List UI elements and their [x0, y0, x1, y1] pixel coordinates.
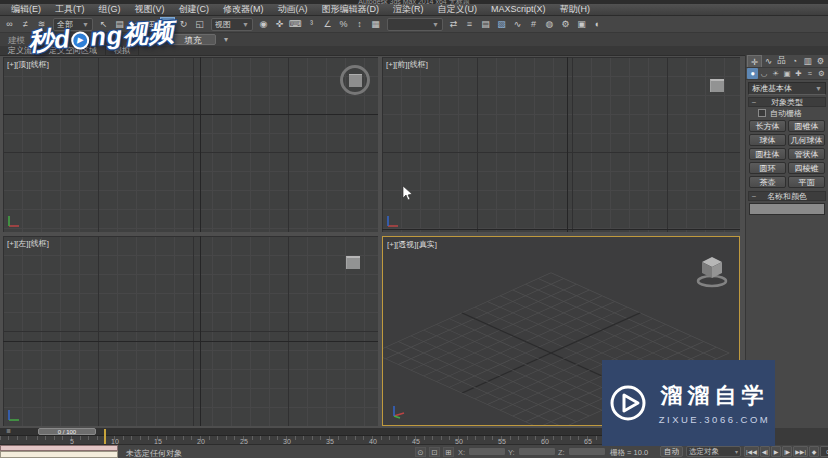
geosphere-button[interactable]: 几何球体: [788, 134, 825, 146]
play-icon: ▶: [71, 30, 90, 49]
reference-coordinate-dropdown[interactable]: 视图▼: [211, 18, 253, 31]
next-frame-button[interactable]: |▶: [782, 446, 792, 457]
schematic-view-icon[interactable]: #: [526, 17, 541, 31]
menu-item-3[interactable]: 视图(V): [128, 4, 172, 15]
ribbon-tab-populate[interactable]: 填充: [170, 34, 216, 45]
viewcube-front-icon[interactable]: [710, 79, 724, 92]
object-name-field[interactable]: [749, 203, 825, 215]
key-filter-dropdown[interactable]: 选定对象 ▾: [686, 446, 741, 457]
teapot-button[interactable]: 茶壶: [749, 176, 786, 188]
maxscript-mini-listener-white[interactable]: [0, 451, 118, 458]
panel-tab-utilities[interactable]: ⚙: [814, 55, 827, 67]
selection-lock-icon[interactable]: ⊡: [429, 447, 440, 457]
create-subtabs: ●◡☀▣✚≈⚙: [746, 68, 828, 80]
tube-button[interactable]: 管状体: [788, 148, 825, 160]
cylinder-button[interactable]: 圆柱体: [749, 148, 786, 160]
autogrid-checkbox[interactable]: [758, 109, 766, 117]
edit-named-sets-icon[interactable]: ▦: [368, 17, 383, 31]
create-subtab-shapes[interactable]: ◡: [758, 68, 769, 79]
material-editor-icon[interactable]: ◍: [542, 17, 557, 31]
select-and-manipulate-icon[interactable]: ✜: [272, 17, 287, 31]
time-slider[interactable]: 0 / 100: [38, 428, 96, 435]
use-pivot-center-icon[interactable]: ◉: [256, 17, 271, 31]
keyboard-override-icon[interactable]: ⌨: [288, 17, 303, 31]
menu-item-11[interactable]: 帮助(H): [553, 4, 598, 15]
menu-item-8[interactable]: 渲染(R): [386, 4, 431, 15]
current-frame-field[interactable]: 0: [820, 446, 828, 457]
play-button[interactable]: ▶: [771, 446, 781, 457]
menu-item-6[interactable]: 动画(A): [271, 4, 315, 15]
render-production-icon[interactable]: ◐: [590, 17, 605, 31]
pyramid-button[interactable]: 四棱锥: [788, 162, 825, 174]
y-coordinate-field[interactable]: [518, 447, 556, 456]
mirror-icon[interactable]: ⇄: [446, 17, 461, 31]
select-and-scale-icon[interactable]: ◱: [192, 17, 207, 31]
select-and-link-icon[interactable]: ∞: [2, 17, 17, 31]
key-mode-button[interactable]: ◆: [809, 446, 819, 457]
curve-editor-icon[interactable]: ∿: [510, 17, 525, 31]
menu-item-5[interactable]: 修改器(M): [216, 4, 271, 15]
absolute-mode-icon[interactable]: ⊞: [443, 447, 454, 457]
x-coordinate-field[interactable]: [468, 447, 506, 456]
ruler-label-40: 40: [369, 438, 377, 445]
named-selection-sets-dropdown[interactable]: ▼: [387, 18, 443, 31]
viewport-top-label[interactable]: [+][顶][线框]: [7, 59, 49, 70]
previous-frame-button[interactable]: ◀|: [760, 446, 770, 457]
ribbon-minimize-caret-icon[interactable]: ▾: [224, 35, 228, 44]
viewcube-perspective-icon[interactable]: [695, 253, 729, 289]
go-to-end-button[interactable]: ▶▶|: [793, 446, 808, 457]
mini-curve-editor-button[interactable]: ≣: [2, 428, 15, 435]
viewcube-left-icon[interactable]: [346, 256, 360, 269]
category-dropdown[interactable]: 标准基本体▼: [748, 82, 826, 95]
z-coordinate-field[interactable]: [568, 447, 606, 456]
viewport-left[interactable]: [+][左][线框]: [3, 236, 378, 426]
menu-item-4[interactable]: 创建(C): [172, 4, 217, 15]
render-setup-icon[interactable]: ⚙: [558, 17, 573, 31]
graphite-toggle-icon[interactable]: ▧: [494, 17, 509, 31]
menu-item-10[interactable]: MAXScript(X): [484, 4, 553, 15]
create-subtab-cameras[interactable]: ▣: [781, 68, 792, 79]
viewport-left-label[interactable]: [+][左][线框]: [7, 238, 49, 249]
create-subtab-helpers[interactable]: ✚: [793, 68, 804, 79]
viewport-perspective-label[interactable]: [+][透视][真实]: [387, 239, 437, 250]
panel-tab-display[interactable]: ▥: [801, 55, 814, 67]
select-and-rotate-icon[interactable]: ↻: [176, 17, 191, 31]
name-color-rollout-header[interactable]: − 名称和颜色: [748, 191, 826, 201]
cone-button[interactable]: 圆锥体: [788, 120, 825, 132]
viewcube-top-icon[interactable]: [340, 65, 370, 95]
create-subtab-geometry[interactable]: ●: [747, 68, 758, 79]
create-subtab-systems[interactable]: ⚙: [816, 68, 827, 79]
spinner-snap-icon[interactable]: ↕: [352, 17, 367, 31]
menu-item-7[interactable]: 图形编辑器(D): [315, 4, 387, 15]
plane-button[interactable]: 平面: [788, 176, 825, 188]
menu-item-9[interactable]: 自定义(U): [431, 4, 485, 15]
menu-item-2[interactable]: 组(G): [92, 4, 128, 15]
isolate-selection-icon[interactable]: ⊙: [415, 447, 426, 457]
time-caret[interactable]: [104, 429, 106, 444]
watermark-liuliu: 溜溜自学 zixue.3066.com: [602, 360, 775, 446]
go-to-start-button[interactable]: |◀◀: [744, 446, 759, 457]
panel-tab-motion[interactable]: ◔: [788, 55, 801, 67]
create-subtab-spacewarps[interactable]: ≈: [804, 68, 815, 79]
menu-item-1[interactable]: 工具(T): [48, 4, 92, 15]
rendered-frame-icon[interactable]: ▣: [574, 17, 589, 31]
angle-snap-icon[interactable]: ∠: [320, 17, 335, 31]
auto-key-button[interactable]: 自动: [660, 446, 683, 457]
object-type-rollout-header[interactable]: − 对象类型: [748, 97, 826, 107]
sphere-button[interactable]: 球体: [749, 134, 786, 146]
create-subtab-lights[interactable]: ☀: [770, 68, 781, 79]
snap-toggle-icon[interactable]: ³: [304, 17, 319, 31]
viewport-front-label[interactable]: [+][前][线框]: [386, 59, 428, 70]
manage-layers-icon[interactable]: ▤: [478, 17, 493, 31]
panel-tab-hierarchy[interactable]: 品: [775, 55, 788, 67]
axis-tripod-icon: [7, 214, 21, 228]
box-button[interactable]: 长方体: [749, 120, 786, 132]
panel-tab-create[interactable]: ✛: [747, 55, 762, 67]
viewport-top[interactable]: [+][顶][线框]: [3, 57, 378, 232]
torus-button[interactable]: 圆环: [749, 162, 786, 174]
menu-item-0[interactable]: 编辑(E): [4, 4, 48, 15]
percent-snap-icon[interactable]: %: [336, 17, 351, 31]
panel-tab-modify[interactable]: ∿: [762, 55, 775, 67]
viewport-front[interactable]: [+][前][线框]: [382, 57, 740, 232]
align-icon[interactable]: ≡: [462, 17, 477, 31]
